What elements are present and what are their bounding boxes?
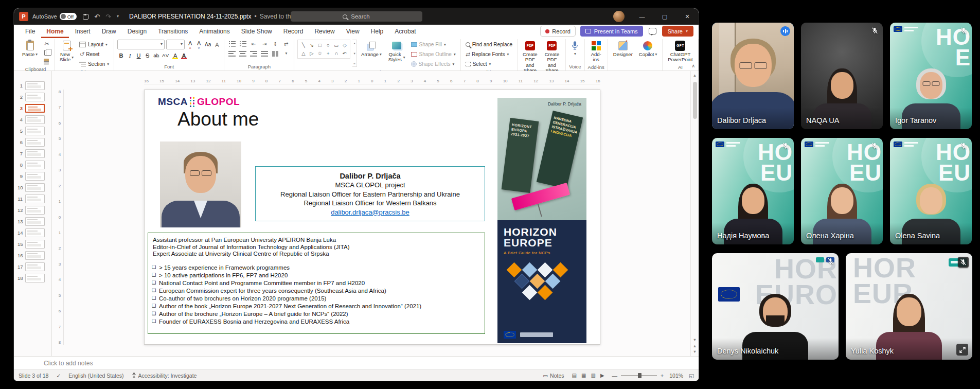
columns-button[interactable] (271, 49, 280, 58)
decrease-indent-button[interactable]: ⇤ (249, 40, 258, 48)
bio-text-box[interactable]: Assistant professor at Pan European Univ… (148, 233, 485, 334)
participant-tile[interactable]: HOREUR Yulia Koshyk (846, 253, 972, 360)
select-button[interactable]: Select▾ (464, 60, 514, 68)
ribbon-tab[interactable]: Review (309, 25, 340, 38)
cut-button[interactable] (42, 40, 51, 48)
section-button[interactable]: Section▾ (78, 60, 111, 68)
slide-thumbnail[interactable]: 8 (14, 161, 51, 169)
slide-thumbnail[interactable]: 18 (14, 274, 51, 282)
next-slide-button[interactable]: ▼ (693, 349, 697, 355)
font-style-button[interactable]: ab (152, 51, 160, 60)
shape-button[interactable]: ↶ (341, 50, 348, 57)
font-style-button[interactable]: S (144, 51, 151, 60)
shape-button[interactable]: △ (300, 50, 307, 57)
shape-fill-button[interactable]: Shape Fill▾ (409, 40, 457, 49)
comments-icon[interactable] (649, 28, 656, 34)
font-tool-button[interactable]: Aa (204, 40, 212, 49)
arrange-button[interactable]: Arrange▾ (359, 40, 384, 58)
participant-tile[interactable]: HOEU Olena Savina (890, 138, 972, 244)
shape-button[interactable]: ☆ (316, 50, 324, 57)
slide-title[interactable]: About me (177, 109, 259, 130)
ribbon-tab[interactable]: Slide Show (236, 25, 277, 38)
email-link[interactable]: dalibor.drljaca@pracsis.be (256, 208, 485, 216)
scrollbar-thumb[interactable] (693, 82, 697, 119)
shape-button[interactable]: + (325, 50, 332, 57)
view-button[interactable]: ▥ (589, 373, 597, 378)
slide-thumbnail[interactable]: 16 (14, 251, 51, 260)
quick-styles-button[interactable]: Quick Styles▾ (386, 40, 407, 63)
zoom-slider-track[interactable] (621, 375, 657, 376)
font-tool-button[interactable]: A (213, 40, 221, 49)
dictate-button[interactable]: ▾ (569, 40, 581, 57)
slide-indicator[interactable]: Slide 3 of 18 (19, 373, 48, 379)
text-direction-button[interactable]: ⇄ (281, 40, 291, 48)
copy-button[interactable] (42, 49, 51, 57)
font-name-select[interactable] (117, 40, 165, 49)
minimize-button[interactable]: — (631, 8, 653, 25)
format-painter-button[interactable] (42, 58, 51, 65)
ribbon-tab[interactable]: File (20, 25, 40, 38)
search-box[interactable]: Search (291, 11, 422, 22)
autosave-toggle[interactable]: AutoSave Off (32, 13, 77, 20)
zoom-out-button[interactable]: — (612, 373, 618, 379)
shape-gallery-scroll[interactable] (352, 40, 357, 67)
present-in-teams-button[interactable]: Present in Teams (580, 26, 643, 37)
slide-thumbnail[interactable]: 11 (14, 194, 51, 203)
shape-button[interactable]: ▷ (308, 50, 315, 57)
convert-smartart-button[interactable]: ▾ (281, 49, 291, 58)
replace-button[interactable]: Replace Fonts▾ (464, 50, 514, 59)
ribbon-tab[interactable]: Insert (70, 25, 96, 38)
reset-button[interactable]: Reset (78, 50, 111, 59)
accessibility-status[interactable]: Accessibility: Investigate (132, 373, 197, 379)
slide-thumbnail[interactable]: 17 (14, 262, 51, 271)
scroll-up-button[interactable]: ▲ (693, 73, 697, 78)
document-title[interactable]: DALIBOR PRESENTATION 24-11-2025.pptx • S… (129, 13, 311, 20)
participant-tile[interactable]: HOE Igor Taranov (890, 23, 972, 129)
numbering-button[interactable] (238, 40, 247, 48)
slide-thumbnail[interactable]: 7 (14, 149, 51, 158)
profile-photo[interactable] (160, 142, 241, 227)
font-style-button[interactable]: A (180, 51, 188, 60)
increase-indent-button[interactable]: ⇥ (260, 40, 269, 48)
previous-slide-button[interactable]: ▲ (693, 343, 697, 349)
slide-thumbnail[interactable]: 3 (14, 104, 51, 113)
align-left-button[interactable] (227, 49, 237, 58)
chatgpt-powerpoint-button[interactable]: GPT ChatGPT PowerPoint (666, 40, 695, 63)
maximize-button[interactable]: ▢ (653, 8, 676, 25)
participant-tile[interactable]: HOEU Олена Харіна (801, 138, 883, 244)
participant-tile[interactable]: HOEU Надія Наумова (712, 138, 794, 244)
font-style-button[interactable]: U (135, 51, 142, 60)
addins-button[interactable]: Add-ins (588, 40, 604, 63)
font-style-button[interactable]: B (117, 51, 125, 60)
shape-button[interactable]: ◇ (341, 42, 348, 49)
share-button[interactable]: Share▾ (662, 26, 693, 37)
user-avatar[interactable] (613, 11, 625, 22)
font-tool-button[interactable]: A (186, 40, 194, 49)
ribbon-tab[interactable]: Help (366, 25, 389, 38)
ribbon-tab[interactable]: Draw (97, 25, 121, 38)
slide-thumbnail[interactable]: 5 (14, 127, 51, 135)
participant-tile[interactable]: HOREURO Denys Nikolaichuk (712, 253, 839, 360)
slide-thumbnail[interactable]: 14 (14, 228, 51, 237)
slide-thumbnail[interactable]: 6 (14, 138, 51, 147)
ribbon-tab[interactable]: Transitions (153, 25, 193, 38)
slide-thumbnail[interactable]: 1 (14, 81, 51, 90)
ribbon-tab[interactable]: Home (41, 25, 68, 38)
slide-thumbnail[interactable]: 4 (14, 115, 51, 124)
brochure-cover-image[interactable]: HORIZON EUROPE A Brief Guide for NCPs (497, 220, 586, 343)
slide-thumbnail[interactable]: 9 (14, 172, 51, 181)
undo-button[interactable]: ↶ (94, 13, 100, 21)
shape-button[interactable]: ∩ (333, 50, 340, 57)
shape-button[interactable]: ▭ (333, 42, 340, 49)
shape-button[interactable]: ↘ (308, 42, 315, 49)
copilot-button[interactable]: Copilot▾ (637, 40, 659, 58)
ribbon-tab[interactable]: Record (278, 25, 309, 38)
save-button[interactable] (83, 14, 88, 20)
close-button[interactable]: ✕ (676, 8, 699, 25)
view-button[interactable]: ▤ (570, 373, 579, 378)
vertical-scrollbar[interactable]: ▲ ▼ ▲ ▼ (690, 71, 699, 356)
slide-thumbnail[interactable]: 12 (14, 206, 51, 215)
font-style-button[interactable]: I (126, 51, 134, 60)
powerpoint-app-icon[interactable]: P (19, 12, 28, 21)
view-button[interactable]: ▶ (598, 373, 607, 378)
